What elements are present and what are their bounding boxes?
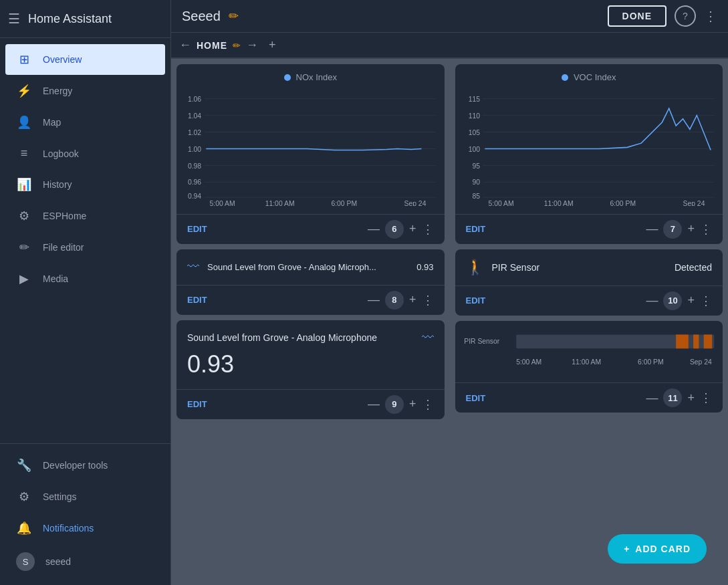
- logbook-icon: ≡: [16, 146, 32, 160]
- tab-add-icon[interactable]: +: [269, 38, 276, 52]
- svg-text:1.04: 1.04: [188, 112, 201, 120]
- pir-state-edit-btn[interactable]: EDIT: [466, 296, 486, 306]
- sidebar-item-history[interactable]: 📊 History: [5, 169, 165, 200]
- sound-big-plus-btn[interactable]: +: [409, 397, 416, 411]
- svg-text:110: 110: [468, 112, 480, 120]
- card-pir-timeline: PIR Sensor 5:00 AM 11:00 AM 6:00 PM Sep …: [455, 321, 723, 413]
- svg-text:1.00: 1.00: [188, 146, 201, 153]
- more-options-icon[interactable]: ⋮: [704, 8, 717, 24]
- svg-text:Sep 24: Sep 24: [404, 200, 427, 206]
- sidebar-item-file-editor[interactable]: ✏ File editor: [5, 232, 165, 263]
- svg-text:11:00 AM: 11:00 AM: [543, 200, 573, 206]
- sidebar-item-label: Notifications: [43, 523, 94, 534]
- pir-state-more-btn[interactable]: ⋮: [700, 294, 712, 308]
- voc-dot: [562, 74, 568, 81]
- sound-big-more-btn[interactable]: ⋮: [422, 397, 434, 412]
- svg-text:Sep 24: Sep 24: [683, 200, 705, 206]
- developer-tools-icon: 🔧: [16, 458, 32, 473]
- sidebar-item-label: Overview: [43, 54, 82, 65]
- sound-small-edit-btn[interactable]: EDIT: [187, 295, 207, 305]
- sound-big-wave-icon: 〰: [422, 331, 434, 345]
- pir-timeline-minus-btn[interactable]: —: [646, 391, 658, 405]
- pir-state-plus-btn[interactable]: +: [687, 294, 695, 308]
- pir-state-num: 10: [663, 291, 682, 310]
- history-icon: 📊: [16, 177, 32, 192]
- map-icon: 👤: [16, 115, 32, 130]
- sound-small-minus-btn[interactable]: —: [368, 293, 380, 307]
- sound-big-minus-btn[interactable]: —: [368, 397, 380, 411]
- sound-big-edit-btn[interactable]: EDIT: [187, 399, 207, 409]
- card-nox-chart: NOx Index 1.06 1.04 1.02 1.00 0.98 0.96 …: [176, 64, 445, 244]
- sound-big-header: Sound Level from Grove - Analog Micropho…: [187, 331, 434, 345]
- svg-text:0.94: 0.94: [188, 193, 201, 200]
- menu-icon[interactable]: ☰: [8, 11, 20, 27]
- right-column: VOC Index 115 110 105 100 95 90 85: [450, 59, 729, 585]
- svg-text:85: 85: [472, 193, 480, 200]
- add-card-button[interactable]: + ADD CARD: [608, 534, 707, 564]
- nox-more-btn[interactable]: ⋮: [422, 222, 434, 237]
- sidebar-item-logbook[interactable]: ≡ Logbook: [5, 138, 165, 168]
- nox-dot: [284, 74, 291, 81]
- pir-timeline-edit-btn[interactable]: EDIT: [466, 393, 486, 403]
- pir-state-minus-btn[interactable]: —: [646, 294, 658, 308]
- sidebar-item-settings[interactable]: ⚙ Settings: [5, 481, 165, 512]
- sound-small-content: 〰 Sound Level from Grove - Analog Microp…: [176, 249, 445, 285]
- svg-text:11:00 AM: 11:00 AM: [572, 358, 601, 366]
- done-button[interactable]: DONE: [608, 5, 666, 27]
- sound-small-plus-btn[interactable]: +: [409, 293, 416, 307]
- svg-text:Sep 24: Sep 24: [689, 358, 711, 366]
- voc-minus-btn[interactable]: —: [646, 222, 658, 236]
- pir-timeline-plus-btn[interactable]: +: [687, 391, 695, 405]
- sound-wave-icon: 〰: [187, 260, 199, 274]
- voc-plus-btn[interactable]: +: [687, 222, 695, 236]
- voc-chart-title: VOC Index: [461, 72, 718, 82]
- notifications-icon: 🔔: [16, 521, 32, 536]
- nox-chart-title: NOx Index: [182, 72, 439, 82]
- sidebar-item-overview[interactable]: ⊞ Overview: [5, 44, 165, 75]
- nox-minus-btn[interactable]: —: [368, 222, 380, 236]
- tab-home[interactable]: HOME: [197, 40, 227, 51]
- sidebar-bottom: 🔧 Developer tools ⚙ Settings 🔔 Notificat…: [0, 443, 170, 585]
- sidebar-item-notifications[interactable]: 🔔 Notifications: [5, 513, 165, 544]
- sidebar-item-user[interactable]: S seeed: [5, 544, 165, 579]
- pir-timeline-num: 11: [663, 388, 682, 407]
- nox-edit-bar: EDIT — 6 + ⋮: [176, 214, 445, 244]
- svg-text:11:00 AM: 11:00 AM: [265, 200, 295, 206]
- tabs-bar: ← HOME ✏ → +: [171, 33, 728, 59]
- card-voc-chart: VOC Index 115 110 105 100 95 90 85: [455, 64, 723, 244]
- sidebar-item-energy[interactable]: ⚡ Energy: [5, 76, 165, 106]
- svg-text:115: 115: [468, 96, 480, 103]
- sidebar-item-developer-tools[interactable]: 🔧 Developer tools: [5, 450, 165, 481]
- settings-icon: ⚙: [16, 489, 32, 504]
- nox-edit-button[interactable]: EDIT: [187, 224, 207, 234]
- voc-edit-btn[interactable]: EDIT: [466, 224, 486, 234]
- card-sound-big: Sound Level from Grove - Analog Micropho…: [176, 320, 445, 419]
- svg-rect-39: [693, 334, 699, 348]
- sound-big-edit-bar: EDIT — 9 + ⋮: [176, 389, 445, 419]
- pir-state-edit-bar: EDIT — 10 + ⋮: [455, 285, 723, 316]
- svg-text:PIR Sensor: PIR Sensor: [464, 338, 500, 345]
- title-edit-icon[interactable]: ✏: [229, 9, 239, 23]
- sidebar-item-esphome[interactable]: ⚙ ESPHome: [5, 201, 165, 231]
- voc-more-btn[interactable]: ⋮: [700, 222, 712, 237]
- app-title: Home Assistant: [28, 12, 112, 26]
- tab-edit-icon[interactable]: ✏: [233, 40, 241, 51]
- sound-small-num: 8: [385, 291, 404, 310]
- pir-timeline-more-btn[interactable]: ⋮: [700, 390, 712, 405]
- nox-plus-btn[interactable]: +: [409, 222, 416, 236]
- tab-next-arrow[interactable]: →: [246, 38, 258, 52]
- tab-prev-arrow[interactable]: ←: [179, 38, 191, 52]
- sound-small-edit-bar: EDIT — 8 + ⋮: [176, 285, 445, 315]
- sound-small-more-btn[interactable]: ⋮: [422, 293, 434, 308]
- pir-state-label: PIR Sensor: [492, 262, 666, 273]
- voc-edit-bar: EDIT — 7 + ⋮: [455, 214, 723, 244]
- svg-text:1.06: 1.06: [188, 96, 201, 103]
- sidebar-item-label: ESPHome: [43, 211, 86, 221]
- svg-text:0.96: 0.96: [188, 179, 201, 186]
- svg-text:6:00 PM: 6:00 PM: [637, 358, 663, 366]
- sidebar-item-map[interactable]: 👤 Map: [5, 107, 165, 138]
- help-button[interactable]: ?: [675, 5, 696, 27]
- sidebar-item-label: Map: [43, 117, 61, 128]
- svg-text:0.98: 0.98: [188, 162, 201, 170]
- sidebar-item-media[interactable]: ▶ Media: [5, 263, 165, 294]
